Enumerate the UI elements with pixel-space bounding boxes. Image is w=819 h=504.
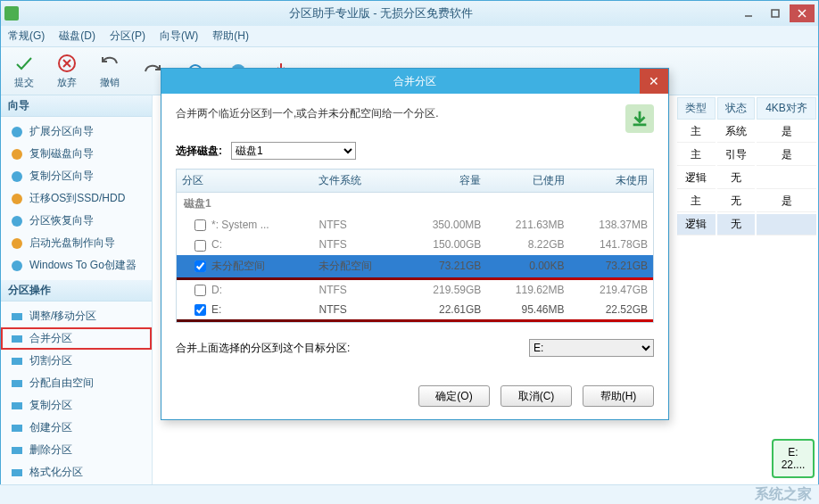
svg-point-9: [12, 149, 22, 160]
partition-table: 分区 文件系统 容量 已使用 未使用 磁盘1 *: System ...NTFS…: [176, 169, 654, 323]
info-row[interactable]: 主无是: [677, 191, 816, 212]
ops-icon: [10, 443, 24, 458]
row-checkbox[interactable]: [194, 304, 206, 316]
col-status[interactable]: 状态: [717, 97, 756, 120]
svg-rect-21: [12, 447, 22, 454]
svg-rect-19: [12, 402, 22, 409]
partition-info-table: 类型 状态 4KB对齐 主系统是主引导是逻辑无主无是逻辑无: [675, 95, 818, 237]
row-checkbox[interactable]: [194, 260, 206, 272]
row-checkbox[interactable]: [194, 219, 206, 231]
info-row[interactable]: 主引导是: [677, 145, 816, 166]
commit-button[interactable]: 提交: [8, 51, 40, 91]
info-row[interactable]: 主系统是: [677, 121, 816, 143]
svg-rect-23: [633, 124, 647, 127]
svg-rect-15: [12, 313, 22, 320]
wizard-item-2[interactable]: 复制分区向导: [1, 165, 152, 187]
watermark: 系统之家: [755, 485, 812, 504]
titlebar: 分区助手专业版 - 无损分区免费软件: [1, 1, 818, 26]
ops-item-4[interactable]: 复制分区: [1, 394, 152, 417]
minimize-button[interactable]: [736, 4, 761, 22]
partition-block-e[interactable]: E: 22....: [772, 439, 815, 478]
maximize-button[interactable]: [763, 4, 788, 22]
svg-point-14: [12, 260, 22, 271]
ops-item-7[interactable]: 格式化分区: [1, 461, 152, 483]
partition-row[interactable]: *: System ...NTFS350.00MB211.63MB138.37M…: [177, 215, 654, 235]
svg-point-13: [12, 238, 22, 249]
wizard-item-1[interactable]: 复制磁盘向导: [1, 143, 152, 165]
ok-button[interactable]: 确定(O): [418, 385, 490, 407]
disk-group-label: 磁盘1: [177, 193, 654, 216]
svg-point-11: [12, 194, 22, 204]
statusbar: 系统之家: [0, 484, 819, 504]
svg-rect-1: [772, 10, 779, 17]
info-row[interactable]: 逻辑无: [677, 168, 816, 189]
wizard-icon: [10, 236, 24, 251]
menu-disk[interactable]: 磁盘(D): [59, 29, 95, 44]
dialog-close-button[interactable]: ✕: [640, 69, 668, 94]
svg-rect-18: [12, 380, 22, 387]
row-checkbox[interactable]: [194, 240, 206, 252]
partition-bar: E: 22....: [772, 439, 815, 478]
ops-icon: [10, 421, 24, 435]
col-fs[interactable]: 文件系统: [313, 169, 403, 193]
close-button[interactable]: [790, 4, 815, 22]
ops-item-3[interactable]: 分配自由空间: [1, 372, 152, 394]
menu-partition[interactable]: 分区(P): [110, 29, 145, 44]
ops-item-5[interactable]: 创建分区: [1, 417, 152, 439]
undo-icon: [99, 53, 120, 74]
help-button[interactable]: 帮助(H): [583, 385, 654, 407]
svg-point-8: [12, 127, 22, 137]
partition-row[interactable]: E:NTFS22.61GB95.46MB22.52GB: [177, 300, 654, 319]
target-dropdown[interactable]: E:: [529, 339, 654, 357]
ops-icon: [10, 466, 24, 480]
col-type[interactable]: 类型: [677, 97, 716, 120]
ops-item-0[interactable]: 调整/移动分区: [1, 305, 152, 327]
wizard-item-3[interactable]: 迁移OS到SSD/HDD: [1, 187, 152, 210]
info-row[interactable]: 逻辑无: [677, 214, 816, 235]
ops-item-1[interactable]: 合并分区: [1, 327, 152, 350]
partition-row[interactable]: 未分配空间未分配空间73.21GB0.00KB73.21GB: [177, 255, 654, 277]
ops-item-6[interactable]: 删除分区: [1, 439, 152, 461]
dialog-title: 合并分区 ✕: [161, 69, 668, 94]
ops-item-2[interactable]: 切割分区: [1, 350, 152, 372]
wizard-icon: [10, 259, 24, 273]
col-capacity[interactable]: 容量: [403, 169, 486, 193]
wizard-icon: [10, 214, 24, 228]
merge-icon: [625, 104, 654, 133]
menu-wizard[interactable]: 向导(W): [160, 29, 198, 44]
wizard-icon: [10, 169, 24, 184]
ops-icon: [10, 310, 24, 324]
wizard-icon: [10, 125, 24, 139]
col-unused[interactable]: 未使用: [570, 169, 654, 193]
svg-rect-20: [12, 425, 22, 432]
ops-panel-header: 分区操作: [1, 280, 152, 302]
svg-point-10: [12, 171, 22, 182]
col-align[interactable]: 4KB对齐: [757, 97, 816, 120]
wizard-item-5[interactable]: 启动光盘制作向导: [1, 232, 152, 254]
partition-row[interactable]: D:NTFS219.59GB119.62MB219.47GB: [177, 280, 654, 300]
menu-general[interactable]: 常规(G): [8, 29, 45, 44]
select-disk-dropdown[interactable]: 磁盘1: [231, 142, 356, 160]
wizard-item-4[interactable]: 分区恢复向导: [1, 210, 152, 232]
ops-icon: [10, 399, 24, 413]
menu-help[interactable]: 帮助(H): [212, 29, 249, 44]
wizard-icon: [10, 192, 24, 206]
app-icon: [4, 6, 19, 21]
row-checkbox[interactable]: [194, 285, 206, 296]
undo-button[interactable]: 撤销: [94, 51, 126, 91]
window-title: 分区助手专业版 - 无损分区免费软件: [26, 5, 736, 21]
wizard-icon: [10, 147, 24, 161]
svg-rect-17: [12, 358, 22, 365]
dialog-description: 合并两个临近分区到一个,或合并未分配空间给一个分区.: [176, 106, 439, 121]
col-used[interactable]: 已使用: [486, 169, 569, 193]
discard-button[interactable]: 放弃: [51, 51, 83, 91]
wizard-item-6[interactable]: Windows To Go创建器: [1, 254, 152, 277]
merge-dialog: 合并分区 ✕ 合并两个临近分区到一个,或合并未分配空间给一个分区. 选择磁盘: …: [161, 68, 669, 420]
wizard-panel-header: 向导: [1, 95, 152, 117]
cancel-button[interactable]: 取消(C): [500, 385, 572, 407]
partition-row[interactable]: C:NTFS150.00GB8.22GB141.78GB: [177, 235, 654, 254]
wizard-item-0[interactable]: 扩展分区向导: [1, 120, 152, 143]
svg-rect-22: [12, 469, 22, 476]
sidebar: 向导 扩展分区向导复制磁盘向导复制分区向导迁移OS到SSD/HDD分区恢复向导启…: [1, 95, 153, 485]
col-partition[interactable]: 分区: [177, 169, 314, 193]
